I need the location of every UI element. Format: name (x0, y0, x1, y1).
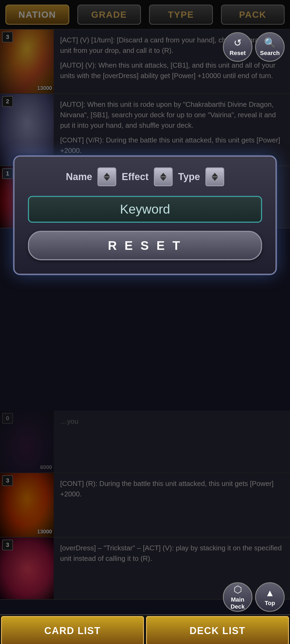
sort-type-arrows (212, 173, 218, 181)
sort-type-button[interactable] (205, 167, 224, 186)
sort-name-arrows (104, 173, 110, 181)
top-button[interactable]: ▲ Top (255, 582, 285, 612)
modal-overlay-dim (0, 0, 290, 644)
reset-button[interactable]: R E S E T (28, 231, 262, 260)
reset-icon: ↺ (234, 37, 242, 49)
reset-float-label: Reset (230, 50, 246, 57)
keyword-input[interactable]: Keyword (28, 196, 262, 223)
arrow-up-icon (104, 173, 110, 177)
reset-float-button[interactable]: ↺ Reset (223, 32, 252, 62)
sort-name-label: Name (66, 171, 92, 182)
sort-name-button[interactable] (97, 167, 116, 186)
arrow-up-icon-3 (212, 173, 218, 177)
modal-box: Name Effect Type (13, 156, 277, 275)
arrow-down-icon-3 (212, 177, 218, 181)
main-deck-label: Main Deck (224, 596, 252, 610)
arrow-down-icon (104, 177, 110, 181)
search-float-button[interactable]: 🔍 Search (255, 32, 285, 62)
search-float-label: Search (260, 50, 280, 57)
search-icon: 🔍 (264, 37, 276, 49)
top-icon: ▲ (265, 587, 275, 599)
sort-effect-arrows (160, 173, 166, 181)
tab-deck-list[interactable]: DECK LIST (146, 616, 289, 644)
tab-card-list[interactable]: CARD LIST (1, 616, 144, 644)
main-deck-icon: ⬡ (234, 584, 242, 595)
sort-modal: Name Effect Type (13, 156, 277, 275)
arrow-down-icon-2 (160, 177, 166, 181)
floating-buttons: ↺ Reset 🔍 Search (223, 32, 285, 62)
sort-effect-button[interactable] (154, 167, 173, 186)
arrow-up-icon-2 (160, 173, 166, 177)
main-deck-button[interactable]: ⬡ Main Deck (223, 582, 252, 612)
top-label: Top (265, 600, 275, 607)
sort-effect-label: Effect (122, 171, 148, 182)
bottom-floating-buttons: ⬡ Main Deck ▲ Top (223, 582, 285, 612)
bottom-bar: CARD LIST DECK LIST (0, 614, 290, 644)
sort-row: Name Effect Type (28, 167, 262, 186)
sort-type-label: Type (178, 171, 200, 182)
